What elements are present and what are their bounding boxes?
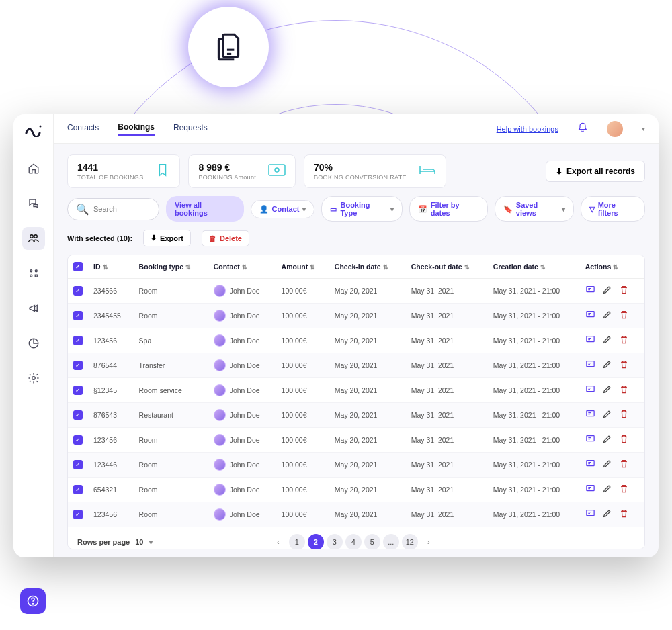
stat-label: TOTAL OF BOOKINGS	[77, 174, 143, 181]
nav-messages-icon[interactable]	[22, 192, 45, 215]
row-checkbox[interactable]: ✓	[73, 311, 83, 320]
message-icon[interactable]	[585, 409, 595, 421]
col-header[interactable]: Check-in date⇅	[329, 255, 406, 279]
page-2[interactable]: 2	[308, 534, 324, 549]
cell-contact[interactable]: John Doe	[214, 359, 271, 371]
delete-icon[interactable]	[619, 409, 629, 421]
cell-contact[interactable]: John Doe	[214, 409, 271, 421]
cell-contact[interactable]: John Doe	[214, 334, 271, 347]
cell-contact[interactable]: John Doe	[214, 285, 271, 297]
message-icon[interactable]	[585, 484, 595, 496]
cell-contact[interactable]: John Doe	[214, 434, 271, 446]
page-3[interactable]: 3	[327, 534, 343, 549]
help-fab[interactable]	[20, 588, 46, 614]
delete-icon[interactable]	[619, 285, 629, 297]
select-all-checkbox[interactable]: ✓	[73, 262, 83, 271]
delete-icon[interactable]	[619, 334, 629, 347]
page-4[interactable]: 4	[345, 534, 362, 549]
message-icon[interactable]	[585, 459, 595, 471]
message-icon[interactable]	[585, 334, 595, 347]
nav-settings-icon[interactable]	[22, 367, 45, 390]
edit-icon[interactable]	[602, 459, 612, 471]
page-prev[interactable]: ‹	[270, 534, 286, 549]
message-icon[interactable]	[585, 434, 595, 446]
row-checkbox[interactable]: ✓	[73, 361, 83, 370]
page-next[interactable]: ›	[421, 534, 437, 549]
col-header[interactable]: Check-out date⇅	[406, 255, 488, 279]
delete-icon[interactable]	[619, 434, 629, 446]
tab-requests[interactable]: Requests	[173, 123, 208, 135]
col-header[interactable]: Contact⇅	[208, 255, 276, 279]
row-checkbox[interactable]: ✓	[73, 435, 83, 445]
chevron-down-icon[interactable]: ▾	[642, 125, 645, 132]
contact-filter[interactable]: 👤Contact▾	[251, 200, 315, 218]
edit-icon[interactable]	[602, 508, 612, 521]
cell-contact[interactable]: John Doe	[214, 459, 271, 471]
page-12[interactable]: 12	[402, 534, 418, 549]
nav-home-icon[interactable]	[22, 157, 45, 180]
col-header[interactable]: Actions⇅	[580, 255, 644, 279]
cell-contact[interactable]: John Doe	[214, 508, 271, 521]
message-icon[interactable]	[585, 310, 595, 322]
cell-contact[interactable]: John Doe	[214, 384, 271, 396]
saved-views-filter[interactable]: 🔖Saved views▾	[495, 196, 574, 222]
nav-analytics-icon[interactable]	[22, 332, 45, 355]
page-...[interactable]: ...	[383, 534, 399, 549]
page-5[interactable]: 5	[364, 534, 380, 549]
delete-icon[interactable]	[619, 508, 629, 521]
logo[interactable]	[25, 124, 42, 141]
col-header[interactable]: Creation date⇅	[488, 255, 580, 279]
row-checkbox[interactable]: ✓	[73, 286, 83, 296]
row-checkbox[interactable]: ✓	[73, 460, 83, 469]
edit-icon[interactable]	[602, 434, 612, 446]
delete-icon[interactable]	[619, 310, 629, 322]
row-checkbox[interactable]: ✓	[73, 510, 83, 519]
edit-icon[interactable]	[602, 334, 612, 347]
delete-icon[interactable]	[619, 384, 629, 396]
export-all-button[interactable]: ⬇Export all records	[546, 161, 645, 182]
tab-contacts[interactable]: Contacts	[67, 123, 99, 135]
message-icon[interactable]	[585, 359, 595, 371]
search-box[interactable]: 🔍	[67, 198, 159, 220]
bookings-table: ✓ID⇅Booking type⇅Contact⇅Amount⇅Check-in…	[67, 255, 645, 549]
edit-icon[interactable]	[602, 409, 612, 421]
help-link[interactable]: Help with bookings	[497, 125, 558, 133]
col-header[interactable]: ID⇅	[88, 255, 134, 279]
user-avatar[interactable]	[607, 121, 623, 137]
cell-id: 123456	[88, 428, 134, 453]
cell-amount: 100,00€	[276, 428, 329, 453]
delete-icon[interactable]	[619, 484, 629, 496]
cell-contact[interactable]: John Doe	[214, 310, 271, 322]
row-checkbox[interactable]: ✓	[73, 386, 83, 395]
delete-icon[interactable]	[619, 359, 629, 371]
col-header[interactable]: Booking type⇅	[134, 255, 208, 279]
rows-per-page[interactable]: Rows per page 10 ▾	[77, 538, 153, 546]
row-checkbox[interactable]: ✓	[73, 485, 83, 494]
col-header[interactable]: Amount⇅	[276, 255, 329, 279]
nav-campaigns-icon[interactable]	[22, 297, 45, 320]
export-button[interactable]: ⬇Export	[143, 230, 191, 246]
delete-icon[interactable]	[619, 459, 629, 471]
row-checkbox[interactable]: ✓	[73, 410, 83, 420]
nav-contacts-icon[interactable]	[22, 227, 45, 250]
cell-contact[interactable]: John Doe	[214, 484, 271, 496]
notifications-icon[interactable]	[577, 122, 588, 136]
edit-icon[interactable]	[602, 310, 612, 322]
message-icon[interactable]	[585, 508, 595, 521]
edit-icon[interactable]	[602, 484, 612, 496]
message-icon[interactable]	[585, 285, 595, 297]
page-1[interactable]: 1	[289, 534, 305, 549]
delete-button[interactable]: 🗑Delete	[202, 230, 249, 246]
edit-icon[interactable]	[602, 384, 612, 396]
edit-icon[interactable]	[602, 285, 612, 297]
more-filters[interactable]: ▽More filters	[581, 196, 645, 222]
row-checkbox[interactable]: ✓	[73, 336, 83, 345]
view-all-pill[interactable]: View all bookings	[166, 196, 244, 222]
nav-apps-icon[interactable]	[22, 262, 45, 285]
booking-type-filter[interactable]: ▭Booking Type▾	[321, 196, 402, 222]
edit-icon[interactable]	[602, 359, 612, 371]
search-input[interactable]	[93, 205, 151, 213]
date-filter[interactable]: 📅Filter by dates	[409, 196, 488, 222]
message-icon[interactable]	[585, 384, 595, 396]
tab-bookings[interactable]: Bookings	[118, 122, 155, 136]
